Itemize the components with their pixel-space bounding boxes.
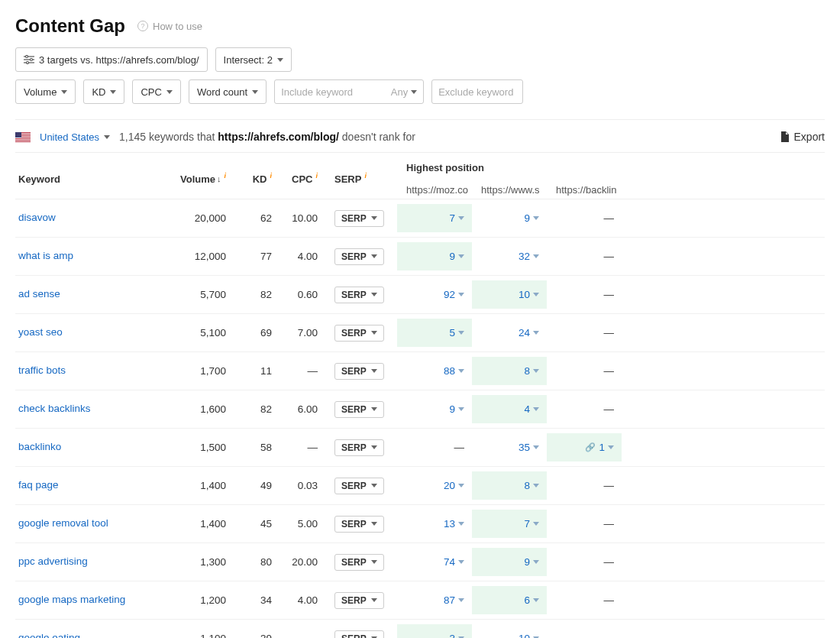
include-placeholder: Include keyword [281, 86, 353, 98]
serp-button[interactable]: SERP [334, 592, 384, 609]
position-cell[interactable]: 10 [472, 280, 547, 309]
serp-button[interactable]: SERP [334, 287, 384, 303]
keyword-link[interactable]: yoast seo [15, 325, 168, 339]
position-cell[interactable]: 87 [397, 594, 472, 606]
chevron-down-icon [110, 90, 116, 94]
col-cpc[interactable]: CPCi [275, 162, 321, 196]
position-cell[interactable]: 4 [472, 395, 547, 423]
subcol-competitor-1[interactable]: https://moz.co [406, 184, 481, 196]
volume-value: 1,300 [168, 556, 229, 568]
kd-filter[interactable]: KD [83, 79, 124, 104]
serp-cell: SERP [321, 516, 397, 533]
table-row: faq page1,400490.03SERP208— [15, 467, 825, 505]
position-cell: — [547, 480, 622, 491]
info-icon[interactable]: i [315, 172, 318, 180]
include-keyword-input[interactable]: Include keyword Any [274, 79, 424, 104]
how-to-use-link[interactable]: ? How to use [137, 21, 202, 32]
info-icon[interactable]: i [224, 172, 226, 180]
info-icon[interactable]: i [270, 172, 272, 180]
keyword-link[interactable]: backlinko [15, 440, 168, 454]
targets-filter-label: 3 targets vs. https://ahrefs.com/blog/ [39, 54, 199, 66]
col-keyword[interactable]: Keyword [15, 162, 168, 196]
position-cell: — [547, 594, 622, 606]
position-cell: — [547, 633, 622, 638]
chevron-down-icon [371, 216, 377, 220]
serp-button[interactable]: SERP [334, 325, 384, 342]
position-cell[interactable]: 5 [397, 319, 472, 347]
serp-button[interactable]: SERP [334, 554, 384, 571]
subcol-competitor-3[interactable]: https://backlin [556, 184, 631, 196]
results-summary: 1,145 keywords that https://ahrefs.com/b… [119, 131, 415, 143]
position-cell[interactable]: 13 [397, 518, 472, 530]
position-cell[interactable]: 10 [472, 633, 547, 638]
position-cell[interactable]: 24 [472, 327, 547, 338]
intersect-filter[interactable]: Intersect: 2 [215, 47, 292, 72]
position-cell[interactable]: 9 [397, 242, 472, 270]
country-selector[interactable]: United States [40, 131, 110, 143]
serp-button[interactable]: SERP [334, 248, 384, 265]
col-serp[interactable]: SERPi [321, 162, 397, 196]
position-cell[interactable]: 6 [472, 586, 547, 614]
serp-button[interactable]: SERP [334, 363, 384, 380]
serp-button[interactable]: SERP [334, 516, 384, 533]
col-volume[interactable]: Volume↓i [168, 162, 229, 196]
keyword-link[interactable]: google removal tool [15, 517, 168, 530]
exclude-keyword-input[interactable]: Exclude keyword [431, 79, 523, 104]
chevron-down-icon [533, 598, 539, 602]
export-button[interactable]: Export [780, 131, 825, 143]
keyword-link[interactable]: traffic bots [15, 364, 168, 377]
kd-value: 45 [229, 518, 275, 530]
chevron-down-icon [371, 254, 377, 258]
col-kd[interactable]: KDi [229, 162, 275, 196]
chevron-down-icon [458, 598, 464, 602]
kd-value: 58 [229, 442, 275, 453]
info-icon[interactable]: i [364, 172, 367, 180]
chevron-down-icon [458, 369, 464, 373]
position-cell[interactable]: 20 [397, 480, 472, 491]
position-cell[interactable]: 3 [397, 624, 472, 638]
targets-filter[interactable]: 3 targets vs. https://ahrefs.com/blog/ [15, 47, 208, 72]
table-row: traffic bots1,70011—SERP888— [15, 352, 825, 390]
keyword-link[interactable]: google eating [15, 631, 168, 638]
serp-button[interactable]: SERP [334, 478, 384, 494]
word-count-filter[interactable]: Word count [189, 79, 267, 104]
position-cell[interactable]: 9 [397, 403, 472, 415]
volume-value: 1,700 [168, 365, 229, 377]
position-cell[interactable]: 8 [472, 357, 547, 385]
page-title: Content Gap [15, 15, 125, 37]
position-cell[interactable]: 35 [472, 442, 547, 453]
serp-cell: SERP [321, 287, 397, 303]
position-cell[interactable]: 32 [472, 251, 547, 262]
serp-button[interactable]: SERP [334, 210, 384, 227]
keyword-link[interactable]: check backlinks [15, 402, 168, 416]
position-cell[interactable]: 9 [472, 548, 547, 576]
position-cell[interactable]: 9 [472, 212, 547, 224]
serp-button[interactable]: SERP [334, 401, 384, 418]
table-row: backlinko1,50058—SERP—35🔗 1 [15, 429, 825, 467]
svg-point-3 [26, 56, 28, 58]
volume-filter[interactable]: Volume [15, 79, 76, 104]
table-row: check backlinks1,600826.00SERP94— [15, 390, 825, 429]
how-to-use-label: How to use [153, 21, 202, 32]
keyword-link[interactable]: ppc advertising [15, 555, 168, 568]
position-cell[interactable]: 8 [472, 471, 547, 500]
keyword-link[interactable]: faq page [15, 478, 168, 492]
position-cell[interactable]: 🔗 1 [547, 433, 622, 461]
position-cell[interactable]: 88 [397, 365, 472, 377]
keyword-link[interactable]: what is amp [15, 249, 168, 263]
position-cell[interactable]: 7 [397, 204, 472, 232]
keyword-link[interactable]: ad sense [15, 287, 168, 301]
chevron-down-icon [458, 484, 464, 487]
position-cell: — [547, 365, 622, 377]
include-any-dropdown[interactable]: Any [391, 86, 417, 98]
cpc-filter[interactable]: CPC [132, 79, 180, 104]
sliders-icon [24, 55, 34, 64]
position-cell[interactable]: 92 [397, 289, 472, 300]
serp-button[interactable]: SERP [334, 630, 384, 639]
keyword-link[interactable]: google maps marketing [15, 593, 168, 607]
position-cell[interactable]: 7 [472, 510, 547, 538]
serp-button[interactable]: SERP [334, 439, 384, 456]
subcol-competitor-2[interactable]: https://www.s [481, 184, 556, 196]
position-cell[interactable]: 74 [397, 556, 472, 568]
keyword-link[interactable]: disavow [15, 211, 168, 225]
